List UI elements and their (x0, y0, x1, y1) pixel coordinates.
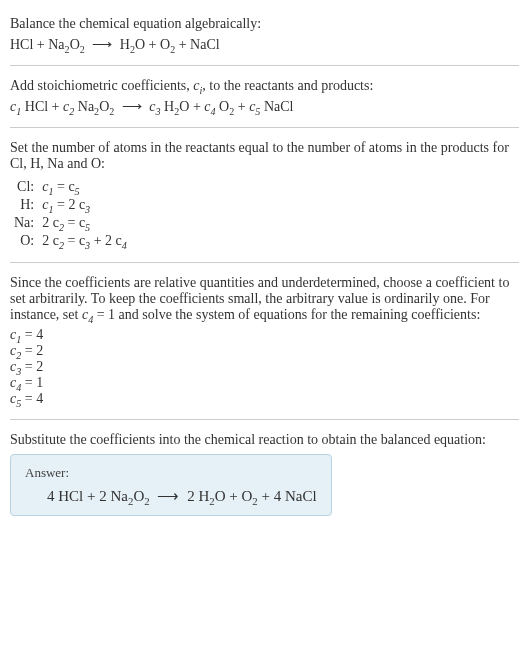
answer-label: Answer: (25, 465, 317, 481)
divider3 (10, 262, 519, 263)
divider2 (10, 127, 519, 128)
c2s: 2 (69, 106, 74, 117)
o3: O (160, 37, 170, 52)
pf2: 2 c (42, 215, 59, 230)
n2a: 2 (99, 488, 110, 504)
m3: = c (64, 215, 85, 230)
o2: O (135, 37, 145, 52)
section-atom-balance: Set the number of atoms in the reactants… (10, 132, 519, 258)
pa3: + (258, 488, 274, 504)
h2o-3: H2O (198, 488, 225, 504)
pf3: 2 c (42, 233, 59, 248)
sol-c5: c5 = 4 (10, 391, 519, 407)
el-na: Na: (10, 214, 38, 232)
na2o2-2: Na2O2 (78, 99, 115, 114)
section-add-coefficients: Add stoichiometric coefficients, ci, to … (10, 70, 519, 123)
row-h: H: c1 = 2 c3 (10, 196, 131, 214)
h2o-2: H2O (164, 99, 189, 114)
row-na: Na: 2 c2 = c5 (10, 214, 131, 232)
plus: + (33, 37, 48, 52)
s2b: 2 (109, 106, 114, 117)
add-coeff-text: Add stoichiometric coefficients, ci, to … (10, 78, 519, 94)
c1s: 1 (16, 106, 21, 117)
sol-c4: c4 = 1 (10, 375, 519, 391)
r3: 5 (85, 222, 90, 233)
atom-balance-intro: Set the number of atoms in the reactants… (10, 140, 519, 172)
nacl3: NaCl (285, 488, 317, 504)
sub2b: 2 (80, 44, 85, 55)
na2o2-3: Na2O2 (110, 488, 149, 504)
p1: + (48, 99, 63, 114)
o5: O (179, 99, 189, 114)
sp-b: = 1 and solve the system of equations fo… (93, 307, 480, 322)
plus2: + (145, 37, 160, 52)
unbalanced-equation: HCl + Na2O2 ⟶ H2O + O2 + NaCl (10, 36, 519, 53)
balanced-equation: 4 HCl + 2 Na2O2 ⟶ 2 H2O + O2 + 4 NaCl (25, 487, 317, 505)
sv5: = 4 (21, 391, 43, 406)
sv4: = 1 (21, 375, 43, 390)
txt-b: , to the reactants and products: (202, 78, 373, 93)
c5: c5 (249, 99, 260, 114)
pa2: + (225, 488, 241, 504)
arrow2-icon: ⟶ (118, 99, 146, 114)
sol-c2: c2 = 2 (10, 343, 519, 359)
o7: O (133, 488, 144, 504)
r1: 5 (75, 186, 80, 197)
txt-a: Add stoichiometric coefficients, (10, 78, 193, 93)
n4b: 4 (274, 488, 285, 504)
h2: H (164, 99, 174, 114)
m1: = c (53, 179, 74, 194)
eq-na: 2 c2 = c5 (38, 214, 131, 232)
product-h2o: H2O (120, 37, 145, 52)
row-o: O: 2 c2 = c3 + 2 c4 (10, 232, 131, 250)
c5s: 5 (255, 106, 260, 117)
el-cl: Cl: (10, 178, 38, 196)
na: Na (48, 37, 64, 52)
problem-statement: Balance the chemical equation algebraica… (10, 16, 519, 32)
eq-o: 2 c2 = c3 + 2 c4 (38, 232, 131, 250)
o: O (70, 37, 80, 52)
o4: O (99, 99, 109, 114)
c1: c1 (10, 99, 21, 114)
sv3: = 2 (21, 359, 43, 374)
ci-symbol: ci (193, 78, 202, 93)
n4a: 4 (47, 488, 58, 504)
c4-ref: c4 (82, 307, 93, 322)
answer-box: Answer: 4 HCl + 2 Na2O2 ⟶ 2 H2O + O2 + 4… (10, 454, 332, 516)
el-h: H: (10, 196, 38, 214)
p2: + (189, 99, 204, 114)
eq-h: c1 = 2 c3 (38, 196, 131, 214)
plus3: + (175, 37, 190, 52)
section-solve: Since the coefficients are relative quan… (10, 267, 519, 415)
c3s: 3 (156, 106, 161, 117)
t4: + 2 c (90, 233, 122, 248)
sv1: = 4 (21, 327, 43, 342)
o2-3: O2 (241, 488, 257, 504)
p3: + (234, 99, 249, 114)
h3: H (198, 488, 209, 504)
o8: O (215, 488, 226, 504)
c4: c4 (204, 99, 215, 114)
product-o2: O2 (160, 37, 175, 52)
section-problem: Balance the chemical equation algebraica… (10, 8, 519, 61)
row-cl: Cl: c1 = c5 (10, 178, 131, 196)
hcl2: HCl (25, 99, 48, 114)
h: H (120, 37, 130, 52)
m2: = 2 c (53, 197, 85, 212)
hcl3: HCl (58, 488, 83, 504)
divider (10, 65, 519, 66)
sv2: = 2 (21, 343, 43, 358)
c4s: 4 (211, 106, 216, 117)
solve-para: Since the coefficients are relative quan… (10, 275, 519, 323)
na3: Na (110, 488, 128, 504)
o6: O (219, 99, 229, 114)
solution-list: c1 = 4 c2 = 2 c3 = 2 c4 = 1 c5 = 4 (10, 327, 519, 407)
atom-balance-table: Cl: c1 = c5 H: c1 = 2 c3 Na: 2 c2 = c5 O… (10, 178, 131, 250)
o2-2: O2 (219, 99, 234, 114)
answer-intro: Substitute the coefficients into the che… (10, 432, 519, 448)
arrow-icon: ⟶ (88, 37, 116, 52)
sol-c1: c1 = 4 (10, 327, 519, 343)
eq-cl: c1 = c5 (38, 178, 131, 196)
section-answer: Substitute the coefficients into the che… (10, 424, 519, 524)
o9: O (241, 488, 252, 504)
